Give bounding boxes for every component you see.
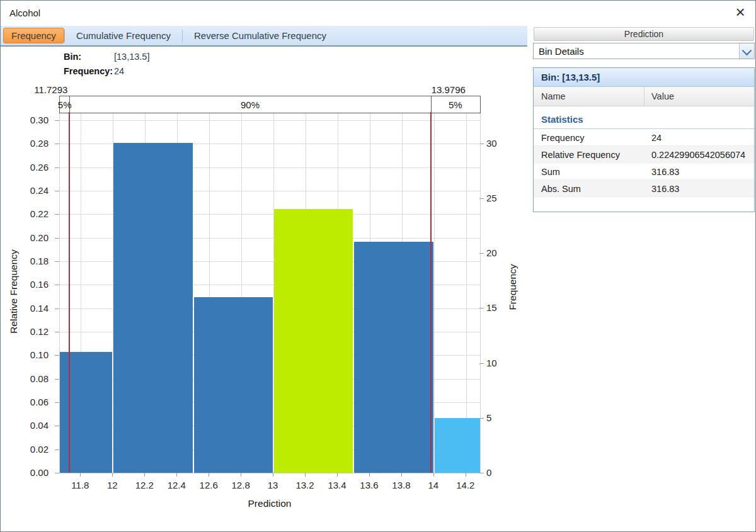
- y-tick-label-left: 0.24: [16, 185, 49, 196]
- dropdown-button[interactable]: [739, 43, 754, 59]
- histogram-bar-selected[interactable]: [274, 209, 353, 473]
- y-axis-tick-right: [479, 198, 484, 199]
- y-axis-tick-left: [55, 144, 59, 144]
- percentile-section-label: 5%: [60, 96, 69, 113]
- statistics-group-header: Statistics: [534, 106, 754, 129]
- y-tick-label-right: 10: [486, 358, 497, 368]
- y-axis-tick-left: [55, 238, 59, 239]
- bin-details-dropdown[interactable]: Bin Details: [533, 43, 755, 59]
- y-tick-label-left: 0.00: [16, 467, 49, 478]
- y-axis-tick-right: [479, 418, 484, 419]
- x-axis-tick: [433, 473, 434, 477]
- y-tick-label-left: 0.10: [16, 349, 49, 360]
- y-axis-tick-left: [55, 426, 59, 426]
- x-axis-tick: [112, 473, 113, 477]
- y-axis-label-right: Frequency: [507, 264, 518, 310]
- percentile-lower-value: 11.7293: [0, 84, 67, 95]
- stat-name: Abs. Sum: [541, 184, 581, 194]
- hover-frequency-value: 24: [114, 66, 124, 76]
- y-axis-tick-left: [55, 332, 59, 332]
- y-axis-tick-left: [55, 285, 59, 285]
- table-row: Abs. Sum 316.83: [534, 180, 754, 197]
- alcohol-window: Alcohol × Frequency Cumulative Frequency…: [0, 0, 756, 532]
- y-tick-label-right: 25: [486, 193, 497, 203]
- y-axis-tick-left: [55, 261, 59, 262]
- y-tick-label-right: 0: [486, 467, 491, 478]
- stat-value: 316.83: [651, 184, 679, 194]
- y-axis-tick-left: [55, 167, 59, 168]
- y-axis-tick-right: [479, 253, 484, 254]
- prediction-panel-header[interactable]: Prediction: [534, 27, 754, 41]
- column-header-value: Value: [651, 91, 674, 101]
- bin-details-panel: Bin: [13,13.5] Name Value Statistics Fre…: [533, 67, 755, 212]
- y-axis-tick-right: [479, 363, 484, 364]
- histogram-bar[interactable]: [435, 418, 481, 473]
- y-axis-tick-left: [55, 402, 59, 403]
- table-row: Relative Frequency 0.22429906542056074: [534, 146, 754, 163]
- grid-line-horizontal: [60, 120, 480, 121]
- y-tick-label-left: 0.30: [16, 115, 49, 125]
- y-axis-tick-right: [479, 144, 484, 144]
- hover-info-bin-row: Bin: [13,13.5]: [64, 52, 149, 62]
- y-tick-label-left: 0.08: [16, 373, 49, 384]
- stat-value: 24: [651, 133, 662, 143]
- stat-name: Frequency: [541, 133, 585, 143]
- stat-name: Relative Frequency: [541, 150, 620, 160]
- y-tick-label-left: 0.06: [16, 397, 49, 407]
- percentile-upper-value: 13.9796: [432, 84, 526, 95]
- y-tick-label-left: 0.14: [16, 303, 49, 314]
- x-axis-tick: [369, 473, 370, 477]
- stat-name: Sum: [541, 167, 560, 177]
- y-axis-tick-right: [479, 473, 484, 473]
- histogram-bar[interactable]: [354, 242, 433, 473]
- percentile-marker-line: [430, 112, 432, 473]
- details-column-header: Name Value: [534, 87, 754, 106]
- x-axis-tick: [80, 473, 81, 477]
- histogram-bar[interactable]: [59, 352, 112, 473]
- y-tick-label-left: 0.28: [16, 138, 49, 149]
- x-axis-label: Prediction: [248, 498, 292, 509]
- y-tick-label-left: 0.26: [16, 162, 49, 173]
- x-axis-tick: [305, 473, 306, 477]
- y-tick-label-left: 0.12: [16, 326, 49, 337]
- x-axis-tick: [144, 473, 145, 477]
- y-axis-tick-left: [55, 214, 59, 215]
- x-axis-tick: [209, 473, 209, 477]
- x-axis-tick: [241, 473, 241, 477]
- y-tick-label-right: 15: [486, 302, 497, 313]
- hover-bin-value: [13,13.5]: [114, 52, 149, 62]
- y-tick-label-left: 0.04: [16, 420, 49, 431]
- hover-frequency-label: Frequency:: [64, 66, 114, 76]
- y-axis-tick-left: [55, 379, 59, 380]
- stat-value: 0.22429906542056074: [651, 150, 745, 160]
- y-tick-label-left: 0.16: [16, 279, 49, 290]
- percentile-marker-line: [69, 112, 70, 473]
- histogram-bar[interactable]: [113, 143, 192, 473]
- hover-info-frequency-row: Frequency: 24: [64, 66, 124, 76]
- column-header-name: Name: [541, 91, 566, 101]
- y-axis-tick-left: [55, 355, 59, 356]
- y-axis-tick-left: [55, 191, 59, 191]
- percentile-section-label: 5%: [431, 96, 480, 113]
- x-axis-tick: [176, 473, 177, 477]
- y-tick-label-left: 0.20: [16, 232, 49, 243]
- bin-details-title: Bin: [13,13.5]: [534, 68, 754, 87]
- column-divider: [644, 87, 644, 106]
- dropdown-selected-value: Bin Details: [539, 46, 584, 57]
- y-axis-tick-left: [55, 120, 59, 121]
- plot-area: [59, 112, 481, 473]
- y-tick-label-right: 20: [486, 247, 497, 258]
- hover-bin-label: Bin:: [64, 52, 114, 62]
- x-axis-tick: [401, 473, 402, 477]
- percentile-section-label: 90%: [69, 96, 430, 113]
- y-tick-label-left: 0.22: [16, 208, 49, 219]
- x-axis-tick: [337, 473, 338, 477]
- y-axis-tick-left: [55, 473, 59, 473]
- y-axis-tick-left: [55, 450, 59, 450]
- y-tick-label-right: 30: [486, 138, 497, 149]
- x-axis-tick: [273, 473, 273, 477]
- y-axis-tick-left: [55, 308, 59, 309]
- y-axis-tick-right: [479, 308, 484, 308]
- histogram-bar[interactable]: [194, 297, 273, 473]
- table-row: Frequency 24: [534, 129, 754, 146]
